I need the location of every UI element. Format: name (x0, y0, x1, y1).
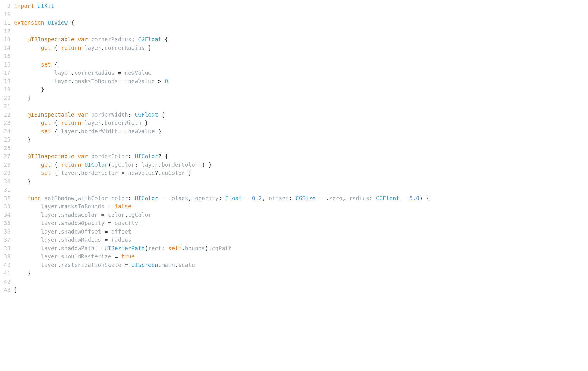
token-id: borderWidth (105, 120, 141, 126)
code-content[interactable] (14, 52, 588, 60)
code-content[interactable]: @IBInspectable var borderColor: UIColor?… (14, 152, 588, 161)
code-line[interactable]: 33 layer.masksToBounds = false (0, 202, 588, 211)
code-line[interactable]: 38 layer.shadowPath = UIBezierPath(rect:… (0, 244, 588, 253)
code-content[interactable]: layer.shadowOpacity = opacity (14, 219, 588, 227)
code-content[interactable]: set { (14, 60, 588, 69)
code-content[interactable]: @IBInspectable var borderWidth: CGFloat … (14, 110, 588, 119)
token-plain (98, 212, 101, 218)
code-content[interactable]: layer.shadowOffset = offset (14, 227, 588, 236)
token-punc: = (403, 195, 406, 201)
code-editor[interactable]: 9import UIKit10 11extension UIView {12 1… (0, 0, 588, 300)
token-plain (34, 3, 37, 9)
code-content[interactable]: func setShadow(withColor color: UIColor … (14, 194, 588, 202)
token-plain (51, 45, 54, 51)
code-line[interactable]: 16 set { (0, 60, 588, 69)
code-content[interactable]: } (14, 94, 588, 102)
code-content[interactable]: layer.shouldRasterize = true (14, 252, 588, 261)
code-content[interactable]: layer.masksToBounds = newValue > 0 (14, 77, 588, 86)
code-line[interactable]: 26 (0, 144, 588, 152)
code-content[interactable]: layer.shadowRadius = radius (14, 236, 588, 244)
code-content[interactable]: set { layer.borderWidth = newValue } (14, 127, 588, 136)
code-content[interactable]: } (14, 269, 588, 278)
token-punc: = (105, 228, 108, 235)
token-punc: ( (145, 245, 148, 251)
code-line[interactable]: 28 get { return UIColor(cgColor: layer.b… (0, 161, 588, 169)
token-plain (81, 161, 84, 168)
code-content[interactable] (14, 102, 588, 110)
token-plain (14, 178, 28, 185)
code-line[interactable]: 21 (0, 102, 588, 110)
token-num: 0.2 (252, 195, 262, 201)
token-plain (14, 95, 28, 101)
code-line[interactable]: 18 layer.masksToBounds = newValue > 0 (0, 77, 588, 86)
code-line[interactable]: 23 get { return layer.borderWidth } (0, 119, 588, 127)
code-content[interactable]: get { return UIColor(cgColor: layer.bord… (14, 161, 588, 169)
code-line[interactable]: 14 get { return layer.cornerRadius } (0, 44, 588, 52)
code-content[interactable] (14, 10, 588, 19)
code-line[interactable]: 30 } (0, 177, 588, 186)
code-content[interactable] (14, 27, 588, 35)
code-content[interactable]: layer.shadowPath = UIBezierPath(rect: se… (14, 244, 588, 253)
code-line[interactable]: 13 @IBInspectable var cornerRadius: CGFl… (0, 35, 588, 44)
token-kw: return (61, 161, 81, 168)
code-content[interactable]: import UIKit (14, 2, 588, 10)
code-line[interactable]: 24 set { layer.borderWidth = newValue } (0, 127, 588, 136)
token-punc: { (161, 111, 165, 118)
code-content[interactable]: } (14, 135, 588, 144)
token-plain (105, 212, 108, 218)
code-line[interactable]: 34 layer.shadowColor = color.cgColor (0, 211, 588, 219)
code-line[interactable]: 10 (0, 10, 588, 19)
code-content[interactable]: layer.masksToBounds = false (14, 202, 588, 211)
token-plain (161, 78, 165, 84)
token-plain (118, 78, 121, 84)
token-punc: { (54, 61, 57, 68)
code-content[interactable]: layer.rasterizationScale = UIScreen.main… (14, 261, 588, 269)
code-line[interactable]: 39 layer.shouldRasterize = true (0, 252, 588, 261)
token-plain (108, 228, 111, 235)
code-line[interactable]: 29 set { layer.borderColor = newValue?.c… (0, 169, 588, 177)
code-line[interactable]: 15 (0, 52, 588, 60)
code-content[interactable] (14, 186, 588, 194)
code-content[interactable]: } (14, 177, 588, 186)
code-line[interactable]: 22 @IBInspectable var borderWidth: CGFlo… (0, 110, 588, 119)
code-line[interactable]: 17 layer.cornerRadius = newValue (0, 69, 588, 77)
token-id: shouldRasterize (61, 253, 111, 260)
code-content[interactable]: get { return layer.cornerRadius } (14, 44, 588, 52)
code-line[interactable]: 42 (0, 278, 588, 286)
token-plain (114, 69, 118, 76)
code-line[interactable]: 37 layer.shadowRadius = radius (0, 236, 588, 244)
code-content[interactable]: set { layer.borderColor = newValue?.cgCo… (14, 169, 588, 177)
token-type: UIView (47, 19, 68, 26)
code-content[interactable]: } (14, 286, 588, 294)
code-content[interactable]: extension UIView { (14, 18, 588, 27)
code-content[interactable]: layer.cornerRadius = newValue (14, 69, 588, 77)
token-plain (125, 170, 128, 176)
code-line[interactable]: 35 layer.shadowOpacity = opacity (0, 219, 588, 227)
code-content[interactable] (14, 278, 588, 286)
token-id: bounds (185, 245, 205, 251)
code-content[interactable]: @IBInspectable var cornerRadius: CGFloat… (14, 35, 588, 44)
code-line[interactable]: 25 } (0, 135, 588, 144)
code-line[interactable]: 27 @IBInspectable var borderColor: UICol… (0, 152, 588, 161)
code-content[interactable]: layer.shadowColor = color.cgColor (14, 211, 588, 219)
token-type: UIColor (84, 161, 108, 168)
code-line[interactable]: 9import UIKit (0, 2, 588, 10)
token-plain (14, 69, 54, 76)
code-line[interactable]: 31 (0, 186, 588, 194)
token-plain (322, 195, 326, 201)
code-line[interactable]: 11extension UIView { (0, 18, 588, 27)
code-line[interactable]: 43} (0, 286, 588, 294)
code-line[interactable]: 40 layer.rasterizationScale = UIScreen.m… (0, 261, 588, 269)
code-line[interactable]: 12 (0, 27, 588, 35)
token-kw: set (41, 128, 51, 135)
code-line[interactable]: 36 layer.shadowOffset = offset (0, 227, 588, 236)
code-line[interactable]: 32 func setShadow(withColor color: UICol… (0, 194, 588, 202)
code-line[interactable]: 19 } (0, 85, 588, 94)
code-line[interactable]: 20 } (0, 94, 588, 102)
code-content[interactable]: } (14, 85, 588, 94)
code-content[interactable] (14, 144, 588, 152)
token-punc: { (54, 161, 57, 168)
code-line[interactable]: 41 } (0, 269, 588, 278)
code-content[interactable]: get { return layer.borderWidth } (14, 119, 588, 127)
token-punc: ( (108, 161, 111, 168)
